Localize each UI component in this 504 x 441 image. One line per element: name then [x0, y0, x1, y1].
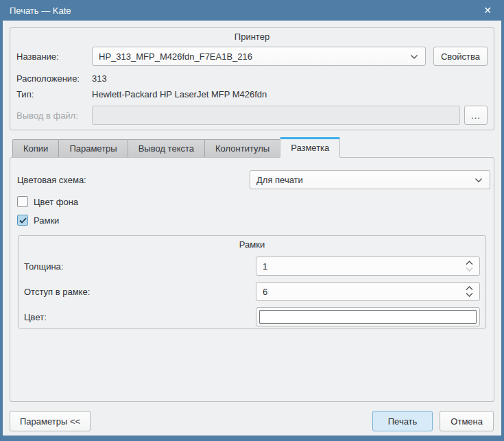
browse-button[interactable]: ... — [464, 106, 488, 125]
chevron-down-icon — [475, 175, 483, 185]
tab-headers-footers[interactable]: Колонтитулы — [204, 139, 280, 157]
printer-name-label: Название: — [16, 51, 92, 62]
background-color-row: Цвет фона — [17, 195, 490, 208]
options-toggle-button[interactable]: Параметры << — [10, 411, 91, 431]
frame-width-spin-buttons — [466, 257, 479, 275]
frame-width-spinbox — [256, 257, 480, 276]
tab-layout[interactable]: Разметка — [280, 137, 340, 158]
frame-margin-spinbox — [256, 282, 480, 301]
output-file-input — [92, 106, 460, 125]
frames-checkbox[interactable] — [17, 215, 28, 226]
frames-group: Рамки Толщина: — [18, 235, 486, 329]
dialog-footer: Параметры << Печать Отмена — [10, 411, 494, 431]
footer-buttons: Печать Отмена — [372, 411, 494, 431]
background-color-label: Цвет фона — [34, 197, 78, 207]
frames-group-title: Рамки — [24, 236, 480, 250]
printer-type-row: Тип: Hewlett-Packard HP LaserJet MFP M42… — [16, 88, 488, 100]
dialog-content: Принтер Название: HP_313_MFP_M426fdn_F7E… — [3, 21, 501, 436]
color-scheme-value: Для печати — [256, 175, 475, 185]
chevron-up-icon — [466, 286, 473, 291]
frame-margin-label: Отступ в рамке: — [24, 287, 256, 297]
frame-color-button[interactable] — [256, 307, 480, 326]
frame-width-input[interactable] — [256, 257, 466, 275]
layout-tab-panel: Цветовая схема: Для печати Цвет фона — [10, 157, 494, 402]
printer-location-value: 313 — [92, 73, 488, 84]
chevron-up-icon — [466, 261, 473, 265]
window-title: Печать — Kate — [10, 5, 481, 16]
frame-margin-input[interactable] — [256, 283, 466, 300]
frame-color-row: Цвет: — [24, 307, 480, 326]
print-dialog-window: Печать — Kate ✕ Принтер Название: HP_313… — [0, 0, 504, 441]
printer-name-row: Название: HP_313_MFP_M426fdn_F7EA1B_216 … — [16, 47, 488, 66]
tab-text-output[interactable]: Вывод текста — [128, 139, 205, 157]
spin-up-button[interactable] — [466, 261, 473, 265]
frames-label: Рамки — [34, 215, 59, 226]
color-swatch — [259, 310, 477, 324]
output-file-row: Вывод в файл: ... — [16, 106, 488, 125]
tab-copies[interactable]: Копии — [12, 139, 59, 157]
spin-down-button[interactable] — [466, 267, 473, 272]
cancel-button[interactable]: Отмена — [440, 411, 494, 431]
printer-group: Принтер Название: HP_313_MFP_M426fdn_F7E… — [10, 27, 494, 130]
close-icon[interactable]: ✕ — [481, 4, 494, 16]
color-scheme-row: Цветовая схема: Для печати — [17, 170, 490, 189]
check-icon — [19, 217, 27, 224]
chevron-down-icon — [466, 292, 473, 297]
properties-button[interactable]: Свойства — [433, 47, 488, 66]
spin-up-button[interactable] — [466, 286, 473, 291]
background-color-checkbox[interactable] — [17, 196, 28, 207]
tab-options[interactable]: Параметры — [58, 139, 128, 157]
color-scheme-combobox[interactable]: Для печати — [250, 170, 490, 189]
print-button[interactable]: Печать — [372, 411, 433, 431]
printer-group-title: Принтер — [16, 28, 488, 43]
frame-width-row: Толщина: — [24, 257, 480, 276]
chevron-down-icon — [466, 267, 473, 272]
printer-location-label: Расположение: — [16, 73, 92, 84]
frame-width-label: Толщина: — [24, 261, 256, 272]
printer-name-value: HP_313_MFP_M426fdn_F7EA1B_216 — [99, 51, 410, 62]
chevron-down-icon — [410, 51, 418, 62]
frames-row: Рамки — [17, 214, 490, 226]
frame-margin-spin-buttons — [466, 283, 479, 300]
color-scheme-label: Цветовая схема: — [17, 175, 86, 185]
frame-color-label: Цвет: — [24, 312, 256, 322]
spin-down-button[interactable] — [466, 292, 473, 297]
tab-bar: Копии Параметры Вывод текста Колонтитулы… — [12, 136, 494, 157]
titlebar[interactable]: Печать — Kate ✕ — [0, 0, 504, 21]
output-file-label: Вывод в файл: — [16, 110, 92, 121]
printer-name-combobox[interactable]: HP_313_MFP_M426fdn_F7EA1B_216 — [92, 47, 426, 66]
printer-type-value: Hewlett-Packard HP LaserJet MFP M426fdn — [92, 89, 488, 99]
printer-type-label: Тип: — [16, 89, 92, 99]
frame-margin-row: Отступ в рамке: — [24, 282, 480, 301]
printer-location-row: Расположение: 313 — [16, 72, 488, 84]
